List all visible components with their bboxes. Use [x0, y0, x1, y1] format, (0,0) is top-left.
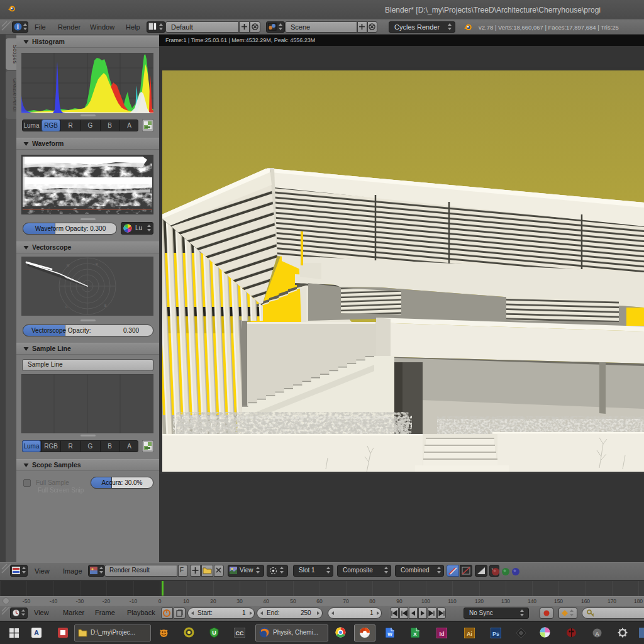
svg-text:CC: CC — [236, 630, 244, 636]
svg-text:Ps: Ps — [492, 631, 499, 637]
svg-text:A: A — [34, 629, 39, 636]
svg-text:X: X — [413, 631, 417, 637]
svg-text:Scopes: Scopes — [12, 45, 16, 64]
svg-text:U: U — [212, 630, 216, 636]
svg-text:A: A — [595, 631, 599, 637]
svg-text:C: C — [65, 305, 68, 309]
svg-text:W: W — [387, 631, 392, 637]
svg-text:R: R — [96, 262, 98, 266]
svg-text:i: i — [17, 23, 19, 30]
svg-text:Grease Pencil: Grease Pencil — [12, 78, 16, 111]
svg-text:M: M — [67, 264, 69, 267]
svg-text:Ai: Ai — [467, 631, 472, 637]
svg-text:Id: Id — [440, 631, 445, 637]
